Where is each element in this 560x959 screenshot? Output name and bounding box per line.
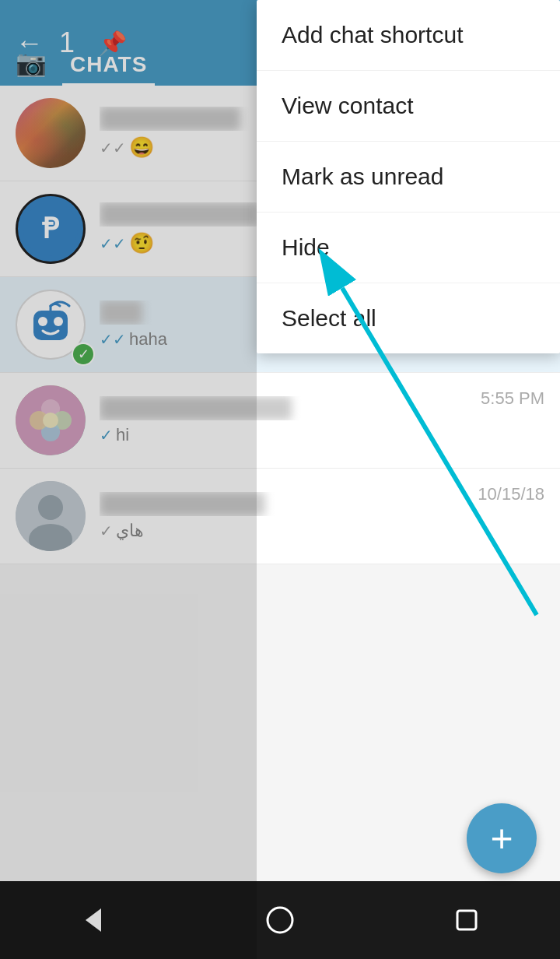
fab-button[interactable]: +	[467, 803, 537, 873]
nav-recent-button[interactable]	[451, 905, 482, 936]
chat-time: 10/15/18	[478, 481, 544, 504]
fab-plus-icon: +	[490, 819, 513, 858]
menu-item-hide[interactable]: Hide	[257, 213, 560, 283]
chat-time: 5:55 PM	[481, 385, 544, 409]
svg-rect-17	[457, 911, 476, 929]
dim-overlay	[0, 0, 257, 959]
menu-item-mark-unread[interactable]: Mark as unread	[257, 142, 560, 213]
nav-home-button[interactable]	[264, 905, 296, 936]
svg-point-16	[268, 908, 292, 933]
menu-item-select-all[interactable]: Select all	[257, 283, 560, 353]
context-menu: Add chat shortcut View contact Mark as u…	[257, 0, 560, 353]
menu-item-add-shortcut[interactable]: Add chat shortcut	[257, 0, 560, 71]
menu-item-view-contact[interactable]: View contact	[257, 71, 560, 142]
